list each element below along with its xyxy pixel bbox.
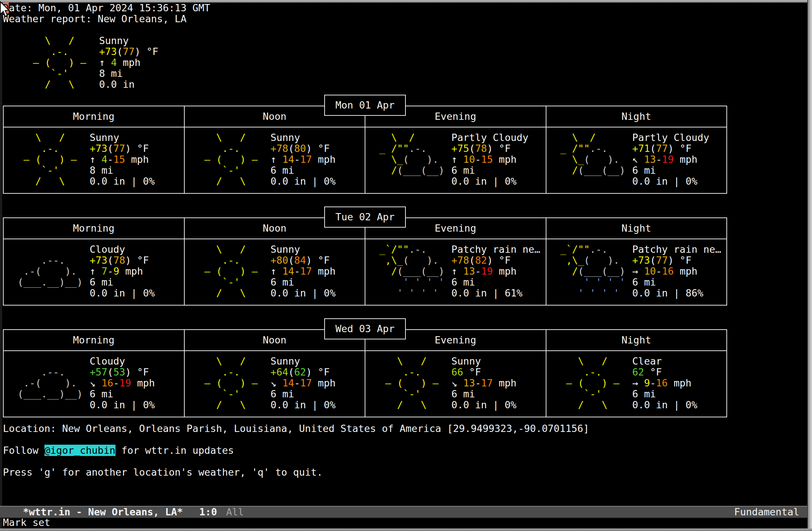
period-cells: .--. .-( ). (___.__)__) Cloudy+73(78) °F… [4, 239, 726, 305]
terminal-line: Cloudy [90, 244, 184, 255]
day-title-box: Wed 03 Apr [324, 318, 406, 339]
terminal-line: ↘ 16-19 mph [90, 378, 184, 389]
terminal-line: → 10-16 mph [632, 266, 726, 277]
weather-cell: .--. .-( ). (___.__)__) Cloudy+57(53) °F… [4, 351, 184, 417]
cursor-position: 1:0 [199, 507, 217, 518]
terminal-line: /(___(__) [373, 165, 444, 176]
terminal-line: 6 mi [451, 277, 545, 288]
terminal-line [554, 176, 625, 187]
weather-art: \ / .-. ― ( ) ― `-' / \ [185, 132, 264, 193]
window-border-left [0, 0, 2, 531]
weather-art: _`/"".-. ,\_( ). /(___(__) ' ' ' ' ' ' '… [546, 244, 625, 305]
terminal-line: +71(77) °F [632, 143, 726, 154]
terminal-line: 6 mi [271, 165, 365, 176]
terminal-line: 0.0 in | 0% [271, 176, 365, 187]
terminal-line: \ / [193, 356, 264, 367]
terminal-line: Patchy rain ne… [451, 244, 545, 255]
terminal-line: ↘ 13-17 mph [451, 378, 546, 389]
weather-info: Partly Cloudy+71(77) °F↖ 13-19 mph6 mi0.… [632, 132, 726, 193]
weather-cell: \ / .-. ― ( ) ― `-' / \Sunny+73(77) °F↑ … [4, 127, 184, 193]
terminal-line: ↘ 14-17 mph [271, 378, 365, 389]
terminal-line: ― ( ) ― [193, 266, 264, 277]
terminal-line: ↑ 10-15 mph [451, 154, 545, 165]
weather-info: Sunny+78(80) °F↑ 14-17 mph6 mi0.0 in | 0… [271, 132, 365, 193]
terminal-line: / \ [193, 400, 264, 410]
terminal-line: 6 mi [451, 165, 545, 176]
weather-art: .--. .-( ). (___.__)__) [4, 244, 83, 305]
terminal-line: ' ' ' ' [373, 288, 444, 299]
period-cells: .--. .-( ). (___.__)__) Cloudy+57(53) °F… [4, 351, 726, 417]
terminal-line: _ /"".-. [554, 143, 625, 154]
weather-art: \ / .-. ― ( ) ― `-' / \ [546, 356, 625, 417]
terminal-line: /(___(__) [373, 266, 444, 277]
buffer-name: *wttr.in - New Orleans, LA* [23, 507, 183, 518]
weather-cell: \ / .-. ― ( ) ― `-' / \Sunny+64(62) °F↘ … [184, 351, 365, 417]
period-header: Morning [4, 106, 184, 127]
weather-art: \ / .-. ― ( ) ― `-' / \ [4, 132, 83, 193]
echo-area: Mark set [3, 517, 50, 528]
weather-cell: \ / _ /"".-. \_( ). /(___(__) Partly Clo… [365, 127, 546, 193]
terminal-line: 6 mi [271, 389, 365, 400]
period-header: Night [546, 106, 727, 127]
terminal-line: 6 mi [90, 389, 184, 400]
period-cells: \ / .-. ― ( ) ― `-' / \Sunny+73(77) °F↑ … [4, 127, 726, 193]
terminal-line: 0.0 in [99, 79, 807, 90]
weather-info: Sunny66 °F↘ 13-17 mph6 mi0.0 in | 0% [451, 356, 546, 417]
period-header: Night [546, 218, 727, 239]
terminal-line: ↑ 4-15 mph [90, 154, 184, 165]
terminal-line: `-' [554, 389, 625, 400]
terminal-line: _`/"".-. [373, 244, 444, 255]
terminal-line: +78(80) °F [271, 143, 365, 154]
terminal-line: ― ( ) ― [373, 378, 444, 389]
terminal-line: +57(53) °F [90, 367, 184, 378]
day-title-connector [365, 339, 365, 351]
mouse-cursor-icon [0, 1, 10, 18]
period-header: Night [546, 330, 727, 350]
weather-cell: .--. .-( ). (___.__)__) Cloudy+73(78) °F… [4, 239, 184, 305]
day-section: MorningNoonEveningNight \ / .-. ― ( ) ― … [3, 95, 727, 194]
day-title-connector [365, 116, 365, 127]
terminal-line: .-( ). [12, 266, 83, 277]
forecast-sections: MorningNoonEveningNight \ / .-. ― ( ) ― … [3, 95, 807, 418]
terminal-line: .-. [554, 367, 625, 378]
terminal-line: ― ( ) ― [554, 378, 625, 389]
scroll-indicator: All [226, 507, 244, 518]
day-title-connector [365, 228, 365, 239]
terminal-line: \ / [554, 356, 625, 367]
terminal-line: _`/"".-. [554, 244, 625, 255]
terminal-line: 6 mi [632, 277, 726, 288]
window-scrollbar[interactable] [807, 0, 812, 531]
terminal-line: +73(78) °F [90, 255, 184, 266]
terminal-line: Partly Cloudy [632, 132, 726, 143]
weather-cell: _`/"".-. ,\_( ). /(___(__) ' ' ' ' ' ' '… [365, 239, 546, 305]
terminal-line: ↑ 4 mph [99, 57, 807, 68]
press-hint-line: Press 'g' for another location's weather… [3, 467, 807, 478]
terminal-line: +73(77) °F [632, 255, 726, 266]
weather-art: \ / .-. ― ( ) ― `-' / \ [185, 356, 264, 417]
blank-line [3, 434, 807, 445]
terminal-line: (___.__)__) [12, 389, 83, 400]
terminal-line: \ / [373, 132, 444, 143]
terminal-line: \_( ). [373, 154, 444, 165]
terminal-line: 0.0 in | 0% [271, 288, 365, 299]
terminal-line: .-( ). [12, 378, 83, 389]
mode-line[interactable]: *wttr.in - New Orleans, LA* 1:0 All Fund… [0, 506, 807, 518]
terminal-line: .--. [12, 255, 83, 266]
current-weather-info: Sunny+73(77) °F↑ 4 mph8 mi0.0 in [99, 35, 807, 90]
terminal-line: 0.0 in | 0% [632, 176, 726, 187]
terminal-line: ― ( ) ― [193, 378, 264, 389]
terminal-line: +78(82) °F [451, 255, 545, 266]
window-border-bottom [0, 528, 812, 531]
weather-info: Sunny+73(77) °F↑ 4-15 mph8 mi0.0 in | 0% [90, 132, 184, 193]
terminal-line: ↑ 14-17 mph [271, 266, 365, 277]
terminal-line: 8 mi [99, 68, 807, 79]
terminal-line: ↑ 14-17 mph [271, 154, 365, 165]
major-mode[interactable]: Fundamental [734, 507, 799, 518]
terminal-line: 0.0 in | 86% [632, 288, 726, 299]
weather-cell: \ / .-. ― ( ) ― `-' / \Sunny66 °F↘ 13-17… [365, 351, 546, 417]
terminal-line: Partly Cloudy [451, 132, 545, 143]
weather-info: Cloudy+73(78) °F↑ 7-9 mph6 mi0.0 in | 0% [90, 244, 184, 305]
terminal-line: ' ' ' ' [554, 277, 625, 288]
terminal-line: 6 mi [632, 389, 727, 400]
terminal-line: / \ [12, 176, 83, 187]
